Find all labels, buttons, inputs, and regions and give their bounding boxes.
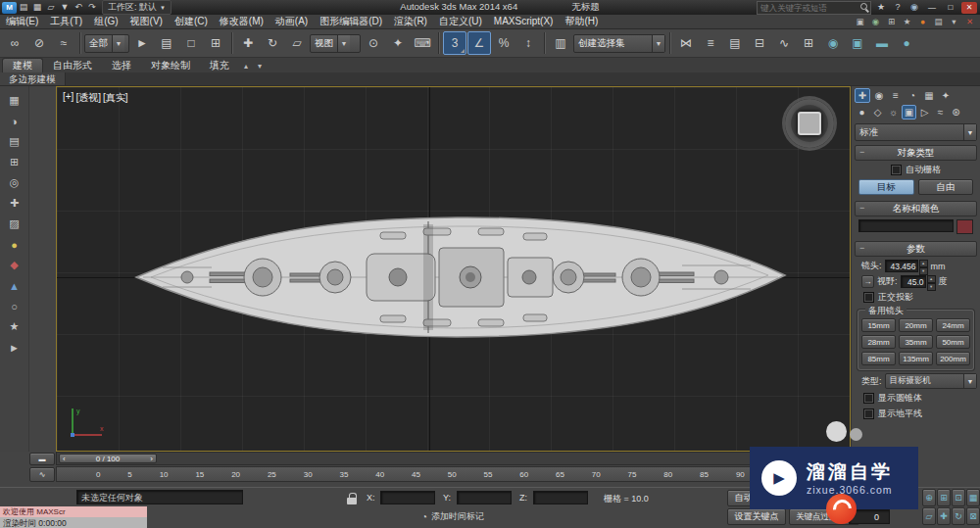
mirror-icon[interactable]: ⋈	[674, 31, 698, 55]
show-horizon-checkbox[interactable]: 显示地平线	[863, 408, 977, 420]
object-name-field[interactable]	[858, 219, 954, 232]
sign-in-icon[interactable]: ◉	[907, 1, 921, 14]
previous-frame-arrow[interactable]: ‹	[63, 455, 66, 463]
lights-category-icon[interactable]: ☼	[886, 105, 901, 120]
stock-lens-button[interactable]: 135mm	[899, 352, 933, 365]
lens-value[interactable]: 43.456	[885, 260, 918, 272]
systems-category-icon[interactable]: ⊛	[949, 105, 963, 120]
bind-to-space-warp-icon[interactable]: ≈	[52, 31, 75, 55]
search-input[interactable]	[758, 3, 859, 13]
fov-spinner[interactable]: 45.0 ▴▾	[901, 275, 936, 288]
ribbon-tab[interactable]: 填充	[200, 59, 239, 72]
select-by-name-icon[interactable]: ▤	[155, 31, 178, 55]
open-file-icon[interactable]: ▱	[44, 1, 58, 14]
maxscript-mini-listener[interactable]: 欢迎使用 MAXScr	[0, 506, 147, 517]
selection-filter-dropdown[interactable]: 全部 ▼	[84, 34, 129, 53]
stock-lens-button[interactable]: 20mm	[899, 318, 933, 332]
snaps-toggle-icon[interactable]: 3	[443, 31, 466, 55]
modify-tab-icon[interactable]: ◉	[871, 88, 887, 103]
left-tool-sphere-icon[interactable]: ●	[5, 236, 24, 253]
orthographic-checkbox[interactable]: 正交投影	[863, 291, 977, 304]
favorites-icon[interactable]: ★	[874, 1, 888, 14]
set-key-button[interactable]: 设置关键点	[727, 508, 786, 525]
y-coordinate-field[interactable]	[457, 491, 512, 504]
field-of-view-icon[interactable]: ▱	[922, 507, 936, 525]
left-tool-target-icon[interactable]: ◎	[5, 174, 24, 191]
window-crossing-icon[interactable]: ⊞	[204, 31, 227, 55]
render-setup-icon[interactable]: ▣	[846, 31, 869, 55]
pan-icon[interactable]: ✚	[937, 507, 951, 525]
infocenter-icon[interactable]: ▣	[854, 16, 866, 27]
curve-editor-icon[interactable]: ∿	[772, 31, 796, 55]
application-button[interactable]: M	[2, 2, 17, 14]
zoom-icon[interactable]: ⊕	[922, 489, 936, 506]
menu-item[interactable]: 工具(T)	[44, 15, 88, 28]
selection-region-icon[interactable]: □	[179, 31, 203, 55]
hierarchy-tab-icon[interactable]: ≡	[888, 88, 904, 103]
stock-lens-button[interactable]: 15mm	[861, 318, 896, 332]
spinner-arrows-icon[interactable]: ▴▾	[919, 260, 928, 272]
spinner-arrows-icon[interactable]: ▴▾	[927, 275, 936, 288]
close-infocenter-icon[interactable]: ✕	[963, 16, 976, 27]
app-exchange-icon[interactable]: ⊞	[885, 16, 898, 27]
search-icon[interactable]	[859, 2, 870, 13]
z-coordinate-field[interactable]	[533, 491, 588, 504]
ribbon-tab[interactable]: 选择	[102, 59, 141, 72]
selection-lock-icon[interactable]	[345, 491, 361, 506]
ribbon-tab[interactable]: 自由形式	[43, 59, 102, 72]
viewport-shading-button[interactable]: [真实]	[103, 91, 128, 105]
x-coordinate-field[interactable]	[380, 491, 435, 504]
keyboard-override-icon[interactable]: ⌨	[411, 31, 434, 55]
left-tool-add-icon[interactable]: ✚	[5, 195, 24, 212]
show-cone-checkbox[interactable]: 显示圆锥体	[863, 392, 977, 405]
viewport[interactable]: [+] [透视] [真实]	[56, 86, 851, 452]
select-and-move-icon[interactable]: ✚	[236, 31, 260, 55]
rollout-name-color[interactable]: 名称和颜色	[855, 201, 977, 216]
help-icon[interactable]: ?	[891, 1, 905, 14]
free-camera-button[interactable]: 自由	[918, 179, 974, 195]
stock-lens-button[interactable]: 85mm	[861, 352, 896, 365]
left-tool-diamond-icon[interactable]: ◆	[5, 257, 24, 273]
named-selection-set-dropdown[interactable]: 创建选择集 ▼	[573, 34, 665, 53]
redo-icon[interactable]: ↷	[85, 1, 99, 14]
autodesk-360-icon[interactable]: ●	[916, 16, 929, 27]
select-and-link-icon[interactable]: ∞	[3, 31, 26, 55]
target-camera-button[interactable]: 目标	[858, 179, 914, 195]
object-class-dropdown[interactable]: 标准 ▼	[855, 123, 977, 141]
zoom-all-icon[interactable]: ⊞	[937, 489, 951, 506]
ribbon-tab[interactable]: 建模	[2, 58, 43, 72]
spinner-snap-icon[interactable]: ↕	[516, 31, 540, 55]
ribbon-tab[interactable]: 对象绘制	[141, 59, 200, 72]
viewcube[interactable]	[785, 99, 834, 148]
time-slider[interactable]: ‹ 0 / 100 ›	[56, 452, 850, 465]
utilities-tab-icon[interactable]: ✦	[938, 88, 954, 103]
zoom-extents-all-icon[interactable]: ▦	[966, 489, 980, 506]
communication-center-icon[interactable]: ◉	[869, 16, 882, 27]
angle-snap-icon[interactable]: ∠	[467, 31, 491, 55]
cameras-category-icon[interactable]: ▣	[902, 105, 916, 120]
stock-lens-button[interactable]: 28mm	[861, 335, 896, 349]
undo-icon[interactable]: ↶	[72, 1, 85, 14]
edit-named-selections-icon[interactable]: ▥	[549, 31, 572, 55]
minimize-button[interactable]: —	[924, 2, 940, 14]
rollout-object-type[interactable]: 对象类型	[855, 145, 977, 161]
menu-item[interactable]: 组(G)	[88, 15, 123, 28]
left-tool-list-icon[interactable]: ▤	[5, 133, 24, 150]
infocenter-dropdown-icon[interactable]: ▾	[948, 16, 960, 27]
time-slider-handle[interactable]: ‹ 0 / 100 ›	[59, 454, 157, 463]
material-editor-icon[interactable]: ◉	[821, 31, 845, 55]
menu-item[interactable]: MAXScript(X)	[488, 15, 560, 28]
autogrid-checkbox[interactable]: 自动栅格	[855, 164, 977, 176]
viewcube-face[interactable]	[798, 112, 821, 135]
display-tab-icon[interactable]: ▦	[921, 88, 937, 103]
left-tool-star-icon[interactable]: ★	[5, 318, 24, 335]
left-tool-hatch-icon[interactable]: ▨	[5, 216, 24, 232]
use-pivot-center-icon[interactable]: ⊙	[362, 31, 385, 55]
menu-item[interactable]: 修改器(M)	[214, 15, 270, 28]
menu-item[interactable]: 编辑(E)	[0, 15, 44, 28]
stock-lens-button[interactable]: 50mm	[936, 335, 970, 349]
render-production-icon[interactable]: ●	[895, 31, 918, 55]
left-tool-grid-icon[interactable]: ▦	[5, 92, 24, 109]
time-tool-button[interactable]: ▬	[29, 453, 55, 465]
polygon-modeling-panel[interactable]: 多边形建模	[0, 72, 66, 85]
